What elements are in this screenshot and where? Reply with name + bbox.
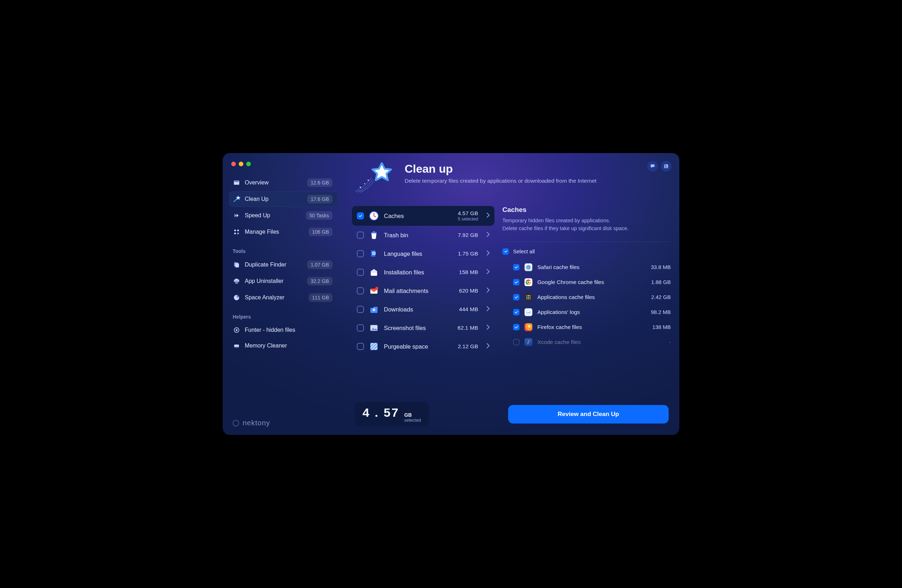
svg-rect-20 bbox=[665, 167, 667, 168]
category-purgeable[interactable]: Purgeable space 2.12 GB bbox=[352, 337, 495, 356]
sidebar-item-funter-hidden-files[interactable]: Funter - hidden files bbox=[229, 322, 338, 338]
log-app-icon: LOG bbox=[525, 308, 532, 316]
category-checkbox[interactable] bbox=[357, 231, 364, 239]
category-size: 2.12 GB bbox=[458, 343, 478, 350]
sidebar-item-manage-files[interactable]: Manage Files 106 GB bbox=[229, 224, 338, 240]
selected-unit: GB bbox=[404, 412, 421, 418]
chat-icon bbox=[650, 163, 655, 169]
newspaper-icon bbox=[663, 163, 669, 169]
file-checkbox[interactable] bbox=[513, 324, 520, 330]
category-language[interactable]: Language files 1.75 GB bbox=[352, 244, 495, 263]
file-checkbox[interactable] bbox=[513, 309, 520, 316]
svg-point-13 bbox=[233, 420, 239, 426]
file-name: Xcode cache files bbox=[537, 339, 634, 346]
category-checkbox[interactable] bbox=[357, 324, 364, 332]
category-label: Installation files bbox=[384, 269, 454, 276]
sidebar-tools-heading: Tools bbox=[229, 245, 338, 257]
category-downloads[interactable]: Downloads 444 MB bbox=[352, 300, 495, 319]
sidebar-item-label: Space Analyzer bbox=[245, 294, 304, 301]
category-checkbox[interactable] bbox=[357, 250, 364, 257]
cleanup-star-icon bbox=[354, 162, 397, 193]
divider bbox=[503, 242, 672, 242]
file-row[interactable]: LOG Applications' logs 98.2 MB bbox=[503, 305, 672, 320]
svg-point-2 bbox=[234, 230, 236, 231]
review-clean-button[interactable]: Review and Clean Up bbox=[508, 405, 669, 424]
file-name: Google Chrome cache files bbox=[537, 279, 634, 285]
select-all-label: Select all bbox=[513, 248, 535, 254]
svg-rect-45 bbox=[528, 298, 529, 299]
mail-icon bbox=[369, 286, 379, 296]
file-size: 98.2 MB bbox=[639, 309, 671, 315]
category-size: 1.75 GB bbox=[458, 250, 478, 257]
category-size: 7.92 GB bbox=[458, 232, 478, 238]
file-row[interactable]: Google Chrome cache files 1.88 GB bbox=[503, 275, 672, 290]
feedback-button[interactable] bbox=[647, 161, 658, 172]
overview-icon bbox=[233, 179, 241, 187]
category-checkbox[interactable] bbox=[357, 343, 364, 350]
chevron-right-icon bbox=[487, 250, 490, 255]
sidebar-item-duplicate-finder[interactable]: Duplicate Finder 1.07 GB bbox=[229, 257, 338, 272]
content-area: Caches 4.57 GB 5 selected Trash bin 7.92… bbox=[344, 197, 680, 396]
file-checkbox[interactable] bbox=[513, 339, 520, 346]
sidebar-item-speed-up[interactable]: Speed Up 50 Tasks bbox=[229, 208, 338, 224]
file-size: 138 MB bbox=[639, 324, 671, 330]
category-caches[interactable]: Caches 4.57 GB 5 selected bbox=[352, 206, 495, 226]
category-trash[interactable]: Trash bin 7.92 GB bbox=[352, 226, 495, 244]
file-checkbox[interactable] bbox=[513, 279, 520, 285]
category-install[interactable]: Installation files 158 MB bbox=[352, 263, 495, 281]
category-mail[interactable]: Mail attachments 620 MB bbox=[352, 281, 495, 300]
news-button[interactable] bbox=[661, 161, 672, 172]
file-row[interactable]: Xcode cache files - bbox=[503, 335, 672, 350]
window-controls bbox=[229, 160, 338, 175]
svg-rect-1 bbox=[235, 181, 239, 182]
category-label: Trash bin bbox=[384, 232, 453, 239]
file-row[interactable]: Safari cache files 33.8 MB bbox=[503, 260, 672, 275]
details-desc-2: Delete cache files if they take up signi… bbox=[503, 224, 668, 232]
file-size: 33.8 MB bbox=[639, 264, 671, 270]
purgeable-icon bbox=[369, 341, 379, 352]
category-checkbox[interactable] bbox=[357, 287, 364, 294]
file-name: Safari cache files bbox=[537, 264, 634, 271]
close-window-button[interactable] bbox=[231, 162, 236, 166]
sidebar-item-app-uninstaller[interactable]: App Uninstaller 32.2 GB bbox=[229, 273, 338, 289]
svg-rect-24 bbox=[373, 231, 375, 232]
file-checkbox[interactable] bbox=[513, 264, 520, 271]
category-size: 620 MB bbox=[459, 288, 478, 294]
category-label: Screenshot files bbox=[384, 325, 453, 332]
sidebar-item-memory-cleaner[interactable]: Memory Cleaner bbox=[229, 338, 338, 353]
file-checkbox[interactable] bbox=[513, 294, 520, 300]
zoom-window-button[interactable] bbox=[246, 162, 251, 166]
sidebar-item-clean-up[interactable]: Clean Up 17.6 GB bbox=[229, 191, 338, 207]
chevron-right-icon bbox=[487, 325, 490, 330]
category-size: 62.1 MB bbox=[457, 325, 478, 331]
sidebar-item-space-analyzer[interactable]: Space Analyzer 111 GB bbox=[229, 290, 338, 305]
language-icon bbox=[369, 249, 379, 259]
svg-rect-23 bbox=[371, 232, 377, 233]
file-list: Safari cache files 33.8 MB Google Chrome… bbox=[503, 260, 672, 350]
chevron-right-icon bbox=[487, 343, 490, 348]
minimize-window-button[interactable] bbox=[239, 162, 243, 166]
select-all-row[interactable]: Select all bbox=[503, 246, 672, 258]
main-panel: Clean up Delete temporary files created … bbox=[344, 153, 680, 435]
page-title: Clean up bbox=[405, 162, 597, 175]
select-all-checkbox[interactable] bbox=[503, 248, 509, 255]
file-row[interactable]: Applications cache files 2.42 GB bbox=[503, 290, 672, 305]
category-checkbox[interactable] bbox=[357, 269, 364, 276]
category-checkbox[interactable] bbox=[357, 306, 364, 313]
svg-point-27 bbox=[375, 287, 378, 290]
sidebar-item-overview[interactable]: Overview 12.6 GB bbox=[229, 175, 338, 191]
category-screenshots[interactable]: Screenshot files 62.1 MB bbox=[352, 319, 495, 337]
category-size: 4.57 GB bbox=[458, 210, 478, 217]
sidebar-item-label: Memory Cleaner bbox=[245, 342, 332, 349]
category-label: Downloads bbox=[384, 306, 454, 313]
category-checkbox[interactable] bbox=[357, 212, 364, 219]
file-size: 2.42 GB bbox=[639, 294, 671, 300]
svg-rect-18 bbox=[665, 165, 667, 166]
file-row[interactable]: Firefox cache files 138 MB bbox=[503, 320, 672, 335]
sidebar-item-badge: 106 GB bbox=[308, 228, 332, 236]
category-label: Language files bbox=[384, 250, 453, 257]
sidebar-item-badge: 1.07 GB bbox=[307, 260, 332, 269]
screenshots-icon bbox=[369, 323, 379, 333]
svg-rect-8 bbox=[234, 281, 240, 282]
duplicate-icon bbox=[233, 261, 241, 269]
